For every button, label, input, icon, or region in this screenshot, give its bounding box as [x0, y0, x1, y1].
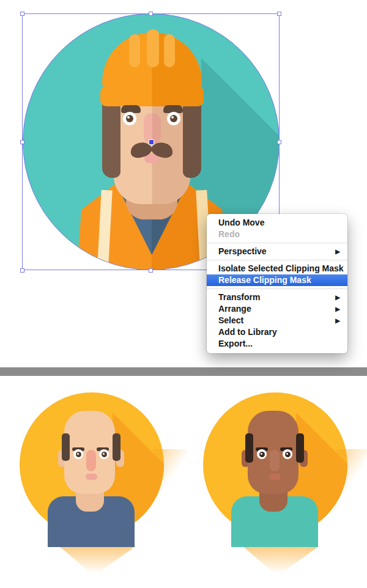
section-divider	[0, 367, 367, 376]
menu-item-select[interactable]: Select ▶	[207, 315, 347, 326]
selection-handle-bottom-center[interactable]	[149, 268, 153, 273]
eye-right-shape	[99, 449, 109, 459]
selection-handle-middle-right[interactable]	[277, 140, 281, 144]
menu-item-label: Add to Library	[218, 326, 277, 338]
nose-shape	[270, 450, 280, 471]
eye-left-shape	[257, 449, 267, 459]
menu-separator	[207, 288, 347, 289]
shadow-overflow-bottom	[59, 546, 135, 576]
menu-item-export[interactable]: Export...	[207, 338, 347, 350]
submenu-arrow-icon: ▶	[335, 315, 340, 326]
context-menu: Undo Move Redo Perspective ▶ Isolate Sel…	[207, 214, 347, 353]
menu-item-label: Redo	[218, 229, 240, 240]
hair-left-shape	[245, 433, 253, 463]
menu-item-label: Select	[218, 315, 243, 326]
mouth-shape	[86, 474, 97, 480]
anchor-point[interactable]	[149, 140, 154, 144]
menu-item-perspective[interactable]: Perspective ▶	[207, 246, 347, 257]
submenu-arrow-icon: ▶	[335, 303, 340, 315]
menu-item-add-to-library[interactable]: Add to Library	[207, 326, 347, 338]
shadow-overflow-right	[153, 449, 186, 492]
menu-item-isolate-selected-clipping-mask[interactable]: Isolate Selected Clipping Mask	[207, 263, 347, 274]
menu-item-transform[interactable]: Transform ▶	[207, 292, 347, 303]
selection-handle-middle-left[interactable]	[20, 140, 24, 144]
menu-item-label: Isolate Selected Clipping Mask	[218, 263, 344, 274]
eye-left-shape	[73, 449, 83, 459]
illustrator-canvas: Undo Move Redo Perspective ▶ Isolate Sel…	[0, 0, 367, 588]
selection-handle-top-center[interactable]	[149, 12, 153, 16]
shadow-overflow-right	[336, 449, 367, 492]
menu-item-label: Transform	[218, 292, 260, 303]
selection-handle-top-left[interactable]	[20, 12, 24, 16]
hair-right-shape	[296, 433, 304, 463]
menu-separator	[207, 243, 347, 243]
hair-right-shape	[113, 433, 120, 461]
menu-item-label: Undo Move	[218, 217, 264, 229]
selection-handle-bottom-left[interactable]	[20, 268, 24, 273]
menu-item-label: Release Clipping Mask	[218, 274, 311, 286]
selection-handle-top-right[interactable]	[277, 12, 281, 16]
menu-item-release-clipping-mask[interactable]: Release Clipping Mask	[207, 274, 347, 286]
menu-item-undo-move[interactable]: Undo Move	[207, 217, 347, 229]
menu-item-label: Perspective	[218, 246, 267, 257]
menu-separator	[207, 260, 347, 260]
menu-item-label: Export...	[218, 338, 253, 350]
menu-item-redo: Redo	[207, 229, 347, 240]
submenu-arrow-icon: ▶	[335, 246, 340, 257]
hair-left-shape	[62, 433, 70, 461]
shadow-overflow-bottom	[243, 546, 319, 576]
menu-item-label: Arrange	[218, 303, 251, 315]
submenu-arrow-icon: ▶	[335, 292, 340, 303]
mouth-shape	[269, 474, 281, 480]
nose-shape	[86, 450, 96, 471]
menu-item-arrange[interactable]: Arrange ▶	[207, 303, 347, 315]
eye-right-shape	[283, 449, 292, 459]
